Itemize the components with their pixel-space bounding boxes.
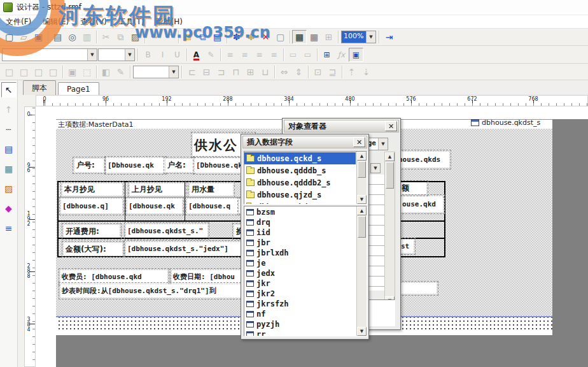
cell-grid-button[interactable]: ⊞ bbox=[321, 30, 336, 44]
redo-button[interactable]: ↷ bbox=[147, 30, 162, 44]
border-all-button[interactable]: □ bbox=[46, 65, 60, 79]
field-list-item[interactable]: jbrlxdh bbox=[244, 248, 356, 258]
table-list-item[interactable]: dbhouse.qckd_s bbox=[244, 152, 356, 164]
scrollbar-thumb[interactable] bbox=[358, 161, 366, 178]
report-element[interactable]: [dbhouse.qk bbox=[127, 199, 182, 213]
same-height-button[interactable]: ⇕ bbox=[291, 65, 306, 79]
print-preview-button[interactable]: ◎ bbox=[65, 30, 80, 44]
table-list-item[interactable]: dbhouse.qdddb_s bbox=[244, 164, 356, 176]
same-width-button[interactable]: ⇔ bbox=[277, 65, 291, 79]
report-element[interactable]: [dbhouse.qkdst_s."jedx"] bbox=[126, 242, 241, 255]
print-button[interactable]: ▤ bbox=[50, 30, 65, 44]
align-tops-button[interactable]: ⊓ bbox=[228, 65, 243, 79]
report-element[interactable]: [dbhouse.q bbox=[187, 199, 238, 213]
formula-button[interactable]: ƒx bbox=[334, 48, 349, 62]
paste-button[interactable]: ▨ bbox=[128, 30, 143, 44]
menu-item[interactable]: 查看(V) bbox=[74, 15, 113, 29]
field-list-item[interactable]: jkrsfzh bbox=[244, 299, 356, 309]
italic-button[interactable]: I bbox=[155, 48, 170, 62]
align-centers-button[interactable]: ⊟ bbox=[199, 65, 214, 79]
report-element[interactable]: 收费日期: [dbhou bbox=[172, 270, 242, 284]
new-button[interactable]: ▢ bbox=[2, 30, 17, 44]
chevron-down-icon[interactable]: ▼ bbox=[87, 49, 97, 61]
insert-table-button[interactable]: ⊞ bbox=[319, 48, 334, 62]
report-element[interactable]: [dbhouse.q] bbox=[61, 199, 122, 213]
valign-bottom-button[interactable]: ▭ bbox=[300, 48, 315, 62]
scroll-down-icon[interactable]: ▼ bbox=[357, 195, 367, 204]
chevron-down-icon[interactable]: ▼ bbox=[378, 138, 388, 150]
send-to-back-button[interactable]: ⧉ bbox=[195, 30, 210, 44]
chevron-down-icon[interactable]: ▼ bbox=[371, 164, 380, 173]
field-list-item[interactable]: jkr bbox=[244, 278, 356, 289]
highlight-button[interactable]: ✎ bbox=[204, 48, 218, 62]
table-list-item[interactable]: dbhouse.qdddb2_s bbox=[244, 176, 356, 189]
shape-tool[interactable]: ◆ bbox=[1, 201, 17, 216]
save-button[interactable]: ▣ bbox=[31, 30, 46, 44]
underline-button[interactable]: U bbox=[170, 48, 185, 62]
size-chart-button[interactable]: ⊡ bbox=[311, 65, 325, 79]
insert-page-button[interactable]: ✽ bbox=[229, 30, 244, 44]
field-list-item[interactable]: drq bbox=[244, 217, 356, 227]
border-thick-button[interactable]: ▣ bbox=[65, 65, 80, 79]
dataset-component[interactable]: dbhouse.qkdst_s bbox=[471, 119, 540, 127]
fill-color-button[interactable]: ◧ bbox=[99, 65, 113, 79]
chevron-down-icon[interactable]: ▼ bbox=[125, 49, 134, 61]
nudge-down-button[interactable]: ⇣ bbox=[359, 65, 374, 79]
property-scrollbar[interactable]: ▲ ▼ bbox=[384, 152, 395, 306]
field-list-item[interactable]: jkr2 bbox=[244, 289, 356, 299]
report-element[interactable]: 开通费用: bbox=[64, 225, 120, 238]
band-tool[interactable]: ┄ bbox=[1, 122, 17, 137]
report-element[interactable]: 金额(大写): bbox=[64, 243, 122, 255]
report-element[interactable]: 收费员: [dbhouse.qkd bbox=[60, 270, 167, 284]
close-icon[interactable]: ✕ bbox=[385, 121, 397, 131]
report-element[interactable]: [dbhouse.qkdst_s." bbox=[126, 224, 207, 238]
scroll-up-icon[interactable]: ▲ bbox=[357, 206, 367, 215]
report-element[interactable]: house.qkds bbox=[397, 152, 449, 168]
report-element[interactable]: 抄表时间段:从[dbhouse.qkdst_s."drq1"]到 bbox=[60, 284, 242, 298]
nudge-up-button[interactable]: ⇡ bbox=[344, 65, 359, 79]
report-element[interactable]: 用水量 bbox=[190, 184, 233, 196]
scrollbar-thumb[interactable] bbox=[358, 216, 366, 238]
object-viewer-titlebar[interactable]: 对象查看器 ✕ bbox=[284, 120, 399, 133]
grid-toggle-button[interactable]: ▦ bbox=[292, 30, 307, 44]
align-right-button[interactable]: ≡ bbox=[252, 48, 267, 62]
copy-button[interactable]: ⧉ bbox=[113, 30, 128, 44]
bring-to-front-button[interactable]: ⧉ bbox=[181, 30, 195, 44]
line-color-button[interactable]: ✎ bbox=[113, 65, 128, 79]
exit-button[interactable]: ⇥ bbox=[382, 30, 396, 44]
close-icon[interactable]: ✕ bbox=[353, 137, 365, 147]
field-list-item[interactable]: pyzjh bbox=[244, 319, 356, 329]
select-tool[interactable]: ↖ bbox=[1, 82, 17, 97]
memo-tool[interactable]: ≡ bbox=[1, 220, 17, 236]
align-lefts-button[interactable]: ⊏ bbox=[185, 65, 199, 79]
insert-field-titlebar[interactable]: 插入数据字段 ✕ bbox=[242, 136, 367, 148]
field-list-item[interactable]: nf bbox=[244, 309, 356, 319]
field-list-item[interactable]: bzsm bbox=[244, 207, 356, 217]
menu-item[interactable]: 工具(T) bbox=[113, 15, 150, 29]
field-list-item[interactable]: jbr bbox=[244, 238, 356, 248]
report-element[interactable]: st bbox=[400, 240, 414, 253]
scrollbar-thumb[interactable] bbox=[386, 162, 394, 189]
report-element[interactable]: 户号: bbox=[74, 159, 104, 172]
zoom-combo[interactable]: 100% ▼ bbox=[341, 31, 376, 43]
line-style-combo[interactable]: ▼ bbox=[133, 66, 179, 78]
field-list-item[interactable]: je bbox=[244, 258, 356, 268]
font-size-combo[interactable]: ▼ bbox=[98, 48, 135, 61]
table-list-item[interactable]: dbhouse.qkdst_s bbox=[244, 201, 356, 204]
align-bottoms-button[interactable]: ⊔ bbox=[258, 65, 272, 79]
field-list-scrollbar[interactable]: ▲ ▼ bbox=[356, 206, 367, 336]
table-list-item[interactable]: dbhouse.qjzd_s bbox=[244, 189, 356, 201]
copy-page-button[interactable]: ✽ bbox=[244, 30, 258, 44]
label-tool[interactable]: ▤ bbox=[1, 141, 17, 157]
report-element[interactable]: 户名: bbox=[165, 159, 193, 172]
field-tool[interactable]: ▦ bbox=[1, 161, 17, 176]
border-inside-button[interactable]: □ bbox=[31, 65, 46, 79]
align-center-button[interactable]: ≡ bbox=[237, 48, 252, 62]
field-list-item[interactable]: jedx bbox=[244, 268, 356, 278]
font-color-button[interactable]: A bbox=[189, 48, 204, 62]
align-justify-button[interactable]: ≡ bbox=[267, 48, 281, 62]
table-list-scrollbar[interactable]: ▲ ▼ bbox=[356, 152, 367, 204]
chevron-down-icon[interactable]: ▼ bbox=[169, 66, 178, 78]
property-dropdown[interactable]: ▼ bbox=[370, 163, 381, 173]
page-tab[interactable]: 脚本 bbox=[23, 80, 56, 95]
